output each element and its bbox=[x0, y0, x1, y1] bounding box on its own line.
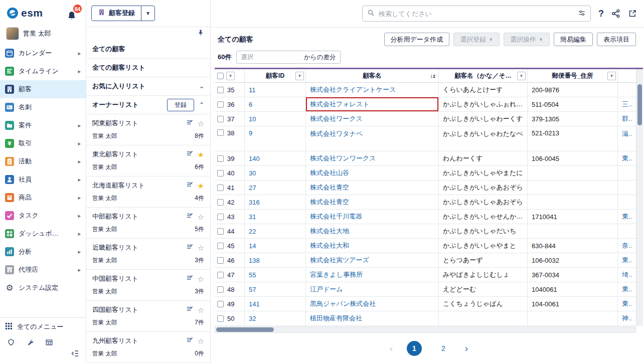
customer-id-link[interactable]: 22 bbox=[249, 228, 256, 235]
customer-id-link[interactable]: 32 bbox=[249, 315, 256, 322]
user-row[interactable]: 営業 太郎 bbox=[0, 25, 86, 44]
owner-list-name[interactable]: 中国顧客リスト bbox=[92, 274, 138, 283]
customer-register-button[interactable]: 顧客登録 bbox=[92, 6, 141, 21]
list-edit-icon[interactable] bbox=[186, 305, 194, 314]
owner-list-item[interactable]: 近畿顧客リスト☆営業 太郎3件 bbox=[86, 239, 210, 270]
customer-id-link[interactable]: 316 bbox=[249, 199, 260, 206]
sidebar-item-customer[interactable]: 顧客 bbox=[0, 80, 86, 98]
address-pref-link[interactable]: 東京 bbox=[622, 285, 632, 294]
pin-icon[interactable] bbox=[197, 29, 204, 38]
pagination-page-1[interactable]: 1 bbox=[407, 341, 422, 356]
sidebar-item-business-card[interactable]: 名刺 bbox=[0, 98, 86, 116]
list-edit-icon[interactable] bbox=[186, 181, 194, 190]
bulk-register-button[interactable]: 選択登録▼ bbox=[453, 33, 500, 46]
address-pref-link[interactable]: 東京 bbox=[622, 256, 632, 265]
share-icon[interactable] bbox=[611, 9, 620, 18]
owner-list-name[interactable]: 北海道顧客リスト bbox=[92, 181, 145, 190]
customer-name-link[interactable]: 株式会社青空 bbox=[310, 183, 349, 192]
customer-id-link[interactable]: 9 bbox=[249, 129, 252, 137]
list-edit-icon[interactable] bbox=[186, 150, 194, 159]
row-checkbox[interactable] bbox=[217, 315, 224, 322]
customer-name-link[interactable]: 株式会社千川電器 bbox=[310, 212, 362, 221]
header-customer-kana[interactable]: 顧客名（かな／そ… ▼ bbox=[439, 69, 528, 82]
panel-item-all-customer-lists[interactable]: 全ての顧客リスト bbox=[86, 59, 210, 77]
quick-edit-button[interactable]: 簡易編集 bbox=[554, 33, 593, 46]
address-pref-link[interactable]: 東京 bbox=[622, 299, 632, 308]
vertical-scrollbar-thumb[interactable] bbox=[637, 84, 642, 125]
row-checkbox[interactable] bbox=[217, 129, 224, 136]
pagination-page-2[interactable]: 2 bbox=[436, 341, 451, 356]
create-analysis-data-button[interactable]: 分析用データ作成 bbox=[384, 33, 450, 46]
customer-name-link[interactable]: 株式会社フォレスト bbox=[310, 100, 370, 109]
panel-item-owner-lists[interactable]: オーナーリスト 登録 ⌃ bbox=[86, 96, 210, 114]
row-checkbox[interactable] bbox=[217, 286, 224, 293]
address-pref-link[interactable]: 群馬 bbox=[622, 114, 632, 123]
owner-list-item[interactable]: 北海道顧客リスト★営業 太郎4件 bbox=[86, 176, 210, 208]
notification-bell-icon[interactable]: 84 bbox=[67, 6, 80, 21]
panel-item-all-customers[interactable]: 全ての顧客 bbox=[86, 40, 210, 59]
row-checkbox[interactable] bbox=[217, 185, 224, 191]
search-filter-icon[interactable] bbox=[578, 9, 586, 19]
customer-name-link[interactable]: 株式会社ワタナベ bbox=[310, 129, 363, 138]
customer-name-link[interactable]: 株式会社寅ツアーズ bbox=[310, 256, 369, 265]
row-checkbox[interactable] bbox=[217, 301, 224, 307]
favorite-star-icon[interactable]: ☆ bbox=[198, 275, 204, 283]
customer-name-link[interactable]: 株式会社クライアントケース bbox=[310, 85, 396, 94]
list-edit-icon[interactable] bbox=[186, 119, 194, 128]
panel-item-favorites[interactable]: お気に入りリスト ⌄ bbox=[86, 77, 210, 96]
sidebar-item-all-menu[interactable]: 全てのメニュー bbox=[0, 317, 86, 335]
owner-list-name[interactable]: 中部顧客リスト bbox=[92, 212, 138, 221]
address-pref-link[interactable]: 奈良 bbox=[622, 241, 632, 250]
favorite-star-icon[interactable]: ☆ bbox=[198, 337, 204, 345]
wrench-icon[interactable] bbox=[26, 338, 34, 346]
selection-input[interactable] bbox=[257, 51, 299, 63]
column-dropdown-icon[interactable]: ▼ bbox=[607, 72, 616, 80]
table-icon[interactable] bbox=[45, 338, 53, 346]
favorite-star-icon[interactable]: ☆ bbox=[198, 120, 204, 127]
header-postal-address[interactable]: 郵便番号_住所 ▼ bbox=[528, 69, 618, 82]
customer-name-link[interactable]: 植田物産有限会社 bbox=[310, 314, 362, 323]
customer-name-link[interactable]: 株式会社ワンワークス bbox=[310, 154, 376, 163]
header-customer-id[interactable]: 顧客ID ▼ bbox=[245, 69, 306, 82]
customer-name-link[interactable]: 黒鳥ジャパン株式会社 bbox=[310, 299, 376, 308]
row-checkbox[interactable] bbox=[217, 87, 224, 93]
sort-desc-icon[interactable]: ↓2 bbox=[430, 72, 435, 79]
sidebar-item-dashboard[interactable]: ダッシュボ…▸ bbox=[0, 225, 86, 243]
owner-list-item[interactable]: 四国顧客リスト☆営業 太郎7件 bbox=[86, 301, 210, 332]
customer-name-link[interactable]: 株式会社大地 bbox=[310, 227, 349, 236]
customer-id-link[interactable]: 141 bbox=[249, 300, 260, 308]
list-edit-icon[interactable] bbox=[186, 336, 194, 345]
customer-name-link[interactable]: 宮葉きよし事務所 bbox=[310, 270, 363, 279]
row-checkbox[interactable] bbox=[217, 243, 224, 249]
owner-list-item[interactable]: 中国顧客リスト☆営業 太郎3件 bbox=[86, 270, 210, 301]
customer-id-link[interactable]: 14 bbox=[249, 242, 256, 250]
owner-list-item[interactable]: 関東顧客リスト☆営業 太郎8件 bbox=[86, 114, 210, 145]
sidebar-item-case[interactable]: 案件▸ bbox=[0, 116, 86, 134]
shield-icon[interactable] bbox=[7, 338, 15, 346]
customer-name-link[interactable]: 株式会社大和 bbox=[310, 241, 349, 250]
sidebar-item-analysis[interactable]: 分析▸ bbox=[0, 243, 86, 261]
address-pref-link[interactable]: 東京 bbox=[622, 212, 632, 221]
pagination-prev-icon[interactable]: ‹ bbox=[390, 343, 393, 354]
register-dropdown-button[interactable]: ▼ bbox=[141, 6, 154, 21]
customer-id-link[interactable]: 11 bbox=[249, 86, 256, 94]
owner-list-name[interactable]: 関東顧客リスト bbox=[92, 119, 138, 128]
search-input[interactable] bbox=[379, 10, 574, 18]
horizontal-scrollbar[interactable] bbox=[215, 326, 636, 333]
sidebar-item-product[interactable]: 商品▸ bbox=[0, 189, 86, 207]
row-checkbox[interactable] bbox=[217, 155, 224, 162]
external-link-icon[interactable] bbox=[628, 9, 637, 18]
address-pref-link[interactable]: 東京 bbox=[622, 154, 632, 163]
vertical-scrollbar[interactable] bbox=[636, 69, 643, 326]
customer-name-link[interactable]: 江戸ドーム bbox=[310, 285, 343, 294]
row-checkbox[interactable] bbox=[217, 228, 224, 235]
owner-list-name[interactable]: 東北顧客リスト bbox=[92, 150, 138, 159]
sidebar-item-activity[interactable]: 活動▸ bbox=[0, 152, 86, 170]
customer-id-link[interactable]: 27 bbox=[249, 184, 256, 192]
row-checkbox[interactable] bbox=[217, 214, 224, 220]
row-checkbox[interactable] bbox=[217, 199, 224, 206]
owner-list-item[interactable]: 中部顧客リスト☆営業 太郎5件 bbox=[86, 208, 210, 239]
address-pref-link[interactable]: 三重 bbox=[622, 100, 632, 109]
horizontal-scrollbar-thumb[interactable] bbox=[216, 327, 274, 332]
customer-id-link[interactable]: 55 bbox=[249, 271, 256, 279]
